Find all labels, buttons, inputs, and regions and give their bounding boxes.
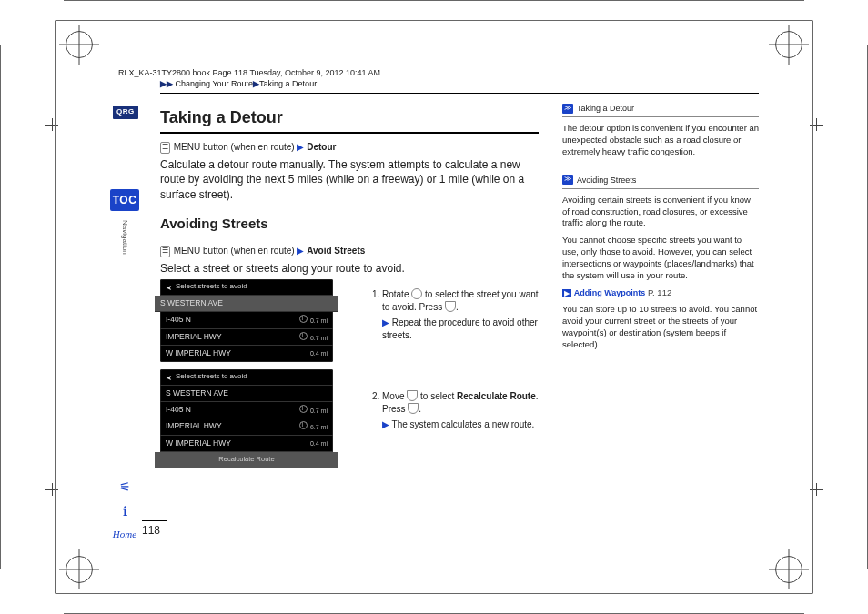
info-badge-icon <box>299 332 308 340</box>
step-item: Move to select Recalculate Route. Press … <box>382 390 539 431</box>
link-icon: ▶ <box>562 289 571 297</box>
body-text: Select a street or streets along your ro… <box>160 261 539 276</box>
step-item: Rotate to select the street you want to … <box>382 288 539 341</box>
divider <box>160 132 539 134</box>
step-substep: The system calculates a new route. <box>382 418 539 431</box>
info-badge-icon <box>299 405 308 413</box>
crop-rule <box>64 0 804 1</box>
nav-path: ☰ MENU button (when en route) ▶ Avoid St… <box>160 245 539 257</box>
nav-screenshot: ➤Select streets to avoid S WESTERN AVE I… <box>160 369 333 468</box>
page-title: Taking a Detour <box>160 106 539 128</box>
left-tab-rail: TOC Navigation ⚟ ℹ Home <box>113 106 136 541</box>
back-icon: ➤ <box>166 372 172 382</box>
menu-button-icon: ☰ <box>160 246 170 257</box>
toc-tab[interactable]: TOC <box>110 189 140 211</box>
chevron-right-icon: ▶ <box>297 142 304 152</box>
sidebar-link[interactable]: ▶ Adding Waypoints P. 112 <box>562 287 759 299</box>
step-substep: Repeat the procedure to avoid other stre… <box>382 317 539 341</box>
body-text: Calculate a detour route manually. The s… <box>160 157 539 202</box>
home-icon[interactable]: Home <box>113 528 136 541</box>
divider <box>562 188 759 189</box>
breadcrumb-seg: Taking a Detour <box>259 79 317 88</box>
section-heading: Avoiding Streets <box>160 215 539 233</box>
manual-page: RLX_KA-31TY2800.book Page 118 Tuesday, O… <box>0 0 868 614</box>
chevron-right-icon: ▶ <box>297 246 304 256</box>
breadcrumb: ▶▶ Changing Your Route▶Taking a Detour <box>160 78 759 89</box>
print-header-stamp: RLX_KA-31TY2800.book Page 118 Tuesday, O… <box>118 67 380 78</box>
sidebar-heading: ≫Avoiding Streets <box>562 175 759 186</box>
page-number: 118 <box>142 520 167 538</box>
breadcrumb-arrow-icon: ▶▶ <box>160 79 173 88</box>
menu-button-icon: ☰ <box>160 142 170 154</box>
sidebar-text: The detour option is convenient if you e… <box>562 123 759 157</box>
back-icon: ➤ <box>166 282 172 292</box>
main-column: Taking a Detour ☰ MENU button (when en r… <box>160 101 539 467</box>
sidebar-text: You cannot choose specific streets you w… <box>562 235 759 281</box>
info-badge-icon <box>299 315 308 323</box>
voice-icon[interactable]: ⚟ <box>119 478 131 496</box>
sidebar-column: ≫Taking a Detour The detour option is co… <box>562 101 759 467</box>
sidebar-heading: ≫Taking a Detour <box>562 103 759 114</box>
crop-rule <box>0 45 1 569</box>
divider <box>160 237 539 237</box>
sidebar-text: Avoiding certain streets is convenient i… <box>562 195 759 229</box>
sidebar-text: You can store up to 10 streets to avoid.… <box>562 304 759 350</box>
info-badge-icon <box>299 421 308 429</box>
divider <box>562 116 759 117</box>
nav-path: ☰ MENU button (when en route) ▶ Detour <box>160 141 539 154</box>
section-label: Navigation <box>120 220 130 255</box>
step-list: Rotate to select the street you want to … <box>346 288 539 449</box>
recalculate-footer: Recalculate Route <box>155 452 338 467</box>
move-knob-icon <box>407 390 418 401</box>
nav-screenshot: ➤Select streets to avoid S WESTERN AVE I… <box>160 279 333 362</box>
content-area: ▶▶ Changing Your Route▶Taking a Detour T… <box>160 78 759 532</box>
divider <box>160 93 759 94</box>
info-icon[interactable]: ℹ <box>123 503 127 520</box>
note-icon: ≫ <box>562 104 573 114</box>
rotate-knob-icon <box>411 288 422 299</box>
breadcrumb-seg: Changing Your Route <box>176 79 254 88</box>
note-icon: ≫ <box>562 175 573 185</box>
press-knob-icon <box>408 403 419 414</box>
press-knob-icon <box>445 301 456 312</box>
